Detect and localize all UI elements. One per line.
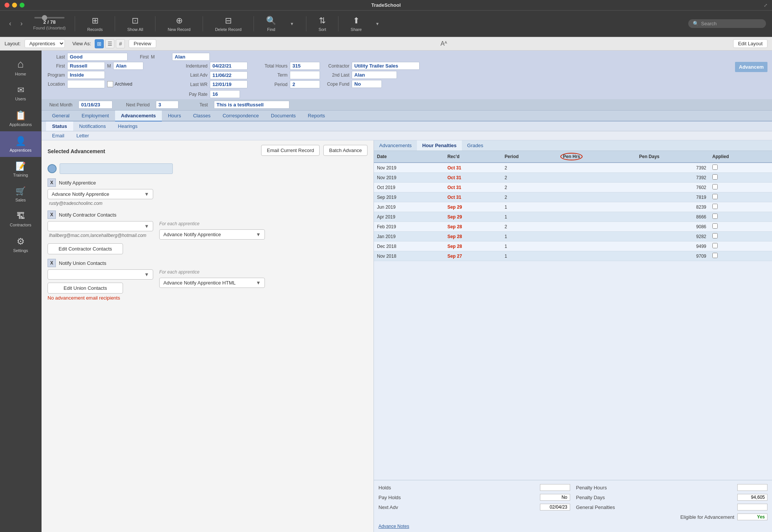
layout-select[interactable]: Apprentices <box>25 39 65 48</box>
penalty-days-label: Penalty Days <box>576 495 605 500</box>
advance-notify-union-dropdown[interactable]: Advance Notify Apprentice HTML ▼ <box>159 278 265 288</box>
notify-tab-email[interactable]: Email <box>46 131 71 140</box>
email-current-record-button[interactable]: Email Current Record <box>261 145 320 156</box>
right-tab-advancements[interactable]: Advancements <box>374 140 417 151</box>
delete-record-action[interactable]: ⊟ Delete Record <box>212 14 245 33</box>
find-action[interactable]: 🔍 Find <box>263 14 279 33</box>
advance-notify-contractor-label: Advance Notify Apprentice <box>163 232 221 237</box>
view-form-icon[interactable]: ⊞ <box>95 39 104 48</box>
union-left-dropdown[interactable]: ▼ <box>48 269 153 280</box>
traffic-lights[interactable] <box>5 3 25 8</box>
tab-advancements[interactable]: Advancements <box>115 111 162 121</box>
sub-tab-notifications[interactable]: Notifications <box>73 121 112 131</box>
term-label: Term <box>250 72 288 78</box>
sidebar-item-users[interactable]: ✉ Users <box>0 81 41 106</box>
sidebar-item-contractors[interactable]: 🏗 Contractors <box>0 207 41 232</box>
tab-classes[interactable]: Classes <box>187 111 217 121</box>
find-label: Find <box>267 27 275 32</box>
sort-action[interactable]: ⇅ Sort <box>315 14 329 33</box>
view-table-icon[interactable]: # <box>116 39 125 48</box>
archived-checkbox[interactable] <box>107 81 113 87</box>
applied-checkbox[interactable] <box>712 184 718 189</box>
sidebar-item-training[interactable]: 📝 Training <box>0 157 41 182</box>
table-scroll[interactable]: Date Rec'd Period Pen Hrs Pen Days Appli… <box>374 151 772 480</box>
eligible-row: Eligible for Advancement Yes <box>378 513 767 521</box>
applied-checkbox[interactable] <box>712 174 718 180</box>
sub-tab-status[interactable]: Status <box>46 121 73 131</box>
applied-checkbox[interactable] <box>712 204 718 209</box>
preview-button[interactable]: Preview <box>129 39 156 48</box>
show-all-action[interactable]: ⊡ Show All <box>124 14 146 33</box>
applied-checkbox[interactable] <box>712 223 718 229</box>
edit-union-contacts-button[interactable]: Edit Union Contacts <box>48 283 123 294</box>
penalty-hours-value <box>737 484 767 491</box>
right-tab-hour-penalties[interactable]: Hour Penalties <box>417 140 462 151</box>
notify-contractor-checkbox[interactable]: X <box>48 211 56 219</box>
back-button[interactable]: ‹ <box>6 18 14 29</box>
content-split: Selected Advancement Email Current Recor… <box>42 140 772 532</box>
slider-track[interactable] <box>34 17 65 18</box>
dates-grid: Indentured 04/22/21 Total Hours 315 Last… <box>177 62 320 88</box>
slider-thumb[interactable] <box>42 15 47 20</box>
sidebar-item-applications[interactable]: 📋 Applications <box>0 106 41 131</box>
maximize-button[interactable] <box>20 3 25 8</box>
applied-checkbox[interactable] <box>712 165 718 170</box>
tab-correspondence[interactable]: Correspondence <box>217 111 265 121</box>
advance-notify-contractor-dropdown[interactable]: Advance Notify Apprentice ▼ <box>159 229 265 240</box>
applied-checkbox[interactable] <box>712 253 718 258</box>
contractor-right-col: For each apprentice Advance Notify Appre… <box>159 221 265 240</box>
cope-fund-row: Cope Fund No <box>323 80 420 88</box>
search-box[interactable]: 🔍 <box>688 19 766 28</box>
sidebar-item-settings[interactable]: ⚙ Settings <box>0 232 41 257</box>
period-label: Period <box>250 82 288 87</box>
applied-checkbox[interactable] <box>712 194 718 199</box>
sub-tab-hearings[interactable]: Hearings <box>112 121 144 131</box>
notify-union-checkbox[interactable]: X <box>48 259 56 267</box>
advancement-input-field[interactable] <box>60 163 173 174</box>
sidebar-item-sales[interactable]: 🛒 Sales <box>0 182 41 207</box>
edit-layout-button[interactable]: Edit Layout <box>733 39 767 48</box>
find-icon: 🔍 <box>266 16 276 26</box>
tab-general[interactable]: General <box>46 111 75 121</box>
records-action[interactable]: ⊞ Records <box>84 14 106 33</box>
tab-documents[interactable]: Documents <box>265 111 302 121</box>
cell-applied <box>709 232 772 241</box>
forward-button[interactable]: › <box>17 18 26 29</box>
advance-notify-dropdown[interactable]: Advance Notify Apprentice ▼ <box>48 189 153 199</box>
sidebar-item-apprentices[interactable]: 👤 Apprentices <box>0 131 41 157</box>
edit-contractor-contacts-button[interactable]: Edit Contractor Contacts <box>48 243 123 254</box>
second-last-row: 2nd Last Alan <box>323 71 420 79</box>
advance-notes-link[interactable]: Advance Notes <box>378 524 409 529</box>
sidebar-item-home[interactable]: ⌂ Home <box>0 54 41 81</box>
separator-1 <box>75 16 75 31</box>
dropdown-arrow-3: ▼ <box>256 232 261 237</box>
share-dropdown-action[interactable]: ▼ <box>372 20 383 28</box>
batch-advance-button[interactable]: Batch Advance <box>323 145 368 156</box>
union-right-col: For each apprentice Advance Notify Appre… <box>159 269 265 288</box>
col-date: Date <box>374 151 444 163</box>
cell-recd: Oct 31 <box>444 183 502 192</box>
tab-employment[interactable]: Employment <box>75 111 115 121</box>
share-action[interactable]: ⬆ Share <box>348 14 364 33</box>
dropdown-arrow-5: ▼ <box>256 280 261 286</box>
program-value: Inside <box>67 71 105 79</box>
applied-checkbox[interactable] <box>712 243 718 248</box>
close-button[interactable] <box>5 3 9 8</box>
view-list-icon[interactable]: ☰ <box>105 39 114 48</box>
find-dropdown-action[interactable]: ▼ <box>287 20 297 28</box>
right-tab-grades[interactable]: Grades <box>462 140 489 151</box>
notify-tab-letter[interactable]: Letter <box>71 131 95 140</box>
new-record-icon: ⊕ <box>176 16 183 26</box>
general-penalties-label: General Penalties <box>576 504 615 510</box>
tab-hours[interactable]: Hours <box>162 111 187 121</box>
applied-checkbox[interactable] <box>712 214 718 219</box>
tab-reports[interactable]: Reports <box>302 111 331 121</box>
applied-checkbox[interactable] <box>712 233 718 238</box>
cell-period: 1 <box>501 212 557 222</box>
minimize-button[interactable] <box>12 3 17 8</box>
new-record-action[interactable]: ⊕ New Record <box>165 14 194 33</box>
contractor-left-dropdown[interactable]: ▼ <box>48 221 153 231</box>
sidebar-training-label: Training <box>13 173 28 177</box>
search-input[interactable] <box>701 21 761 26</box>
notify-apprentice-checkbox[interactable]: X <box>48 178 56 187</box>
